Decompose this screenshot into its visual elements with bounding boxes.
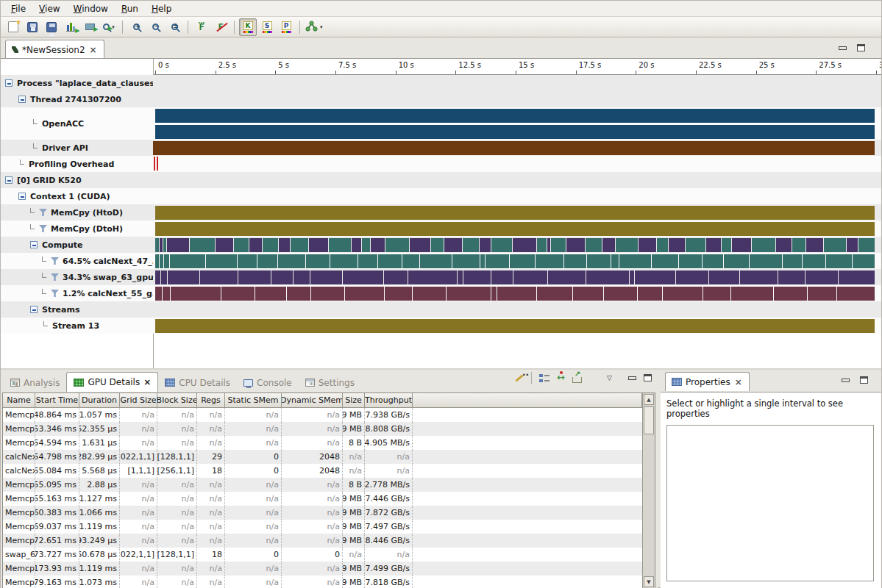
zoom-out-button[interactable]: −	[146, 18, 164, 36]
scrollbar-thumb[interactable]	[644, 406, 654, 434]
interval-bar[interactable]	[309, 238, 328, 252]
interval-bar[interactable]	[752, 238, 775, 252]
zoom-fit-button[interactable]: ±	[166, 18, 183, 36]
interval-bar[interactable]	[190, 238, 215, 252]
tab-cpu-details[interactable]: CPU Details	[158, 373, 237, 392]
tree-label-kernel-swap63[interactable]: 34.3% swap_63_gpu	[1, 269, 153, 285]
interval-bar[interactable]	[724, 254, 749, 268]
interval-bar[interactable]	[170, 254, 205, 268]
interval-bar[interactable]	[163, 287, 170, 301]
tab-properties[interactable]: Properties ×	[665, 372, 750, 391]
interval-bar[interactable]	[306, 254, 330, 268]
interval-bar[interactable]	[206, 254, 237, 268]
interval-bar[interactable]	[536, 254, 563, 268]
interval-bar[interactable]	[587, 254, 611, 268]
menu-item-help[interactable]: Help	[146, 2, 177, 15]
interval-bar[interactable]	[287, 287, 311, 301]
interval-bar[interactable]	[155, 319, 875, 333]
interval-bar[interactable]	[480, 238, 491, 252]
interval-bar[interactable]	[537, 287, 572, 301]
interval-bar[interactable]	[676, 270, 708, 284]
mark-timeline-button[interactable]: F	[193, 18, 210, 36]
interval-bar[interactable]	[548, 270, 586, 284]
analysis-tree-button[interactable]: ▾	[305, 18, 324, 36]
table-row[interactable]: calcNext155.084 ms5.568 µs[1,1,1][256,1,…	[3, 464, 642, 478]
table-row[interactable]: swap_63173.727 ms60.678 µs[1022,1,1][128…	[3, 548, 642, 562]
interval-bar[interactable]	[826, 254, 852, 268]
interval-bar[interactable]	[402, 254, 419, 268]
tree-label-context-1[interactable]: Context 1 (CUDA)	[1, 188, 153, 204]
interval-bar[interactable]	[513, 270, 548, 284]
interval-bar[interactable]	[200, 270, 238, 284]
filter-funnel-icon[interactable]	[51, 273, 59, 281]
interval-bar[interactable]	[294, 270, 310, 284]
interval-bar[interactable]	[792, 238, 805, 252]
interval-bar[interactable]	[774, 287, 807, 301]
column-header-grid-size[interactable]: Grid Size	[120, 393, 157, 407]
tab-session[interactable]: *NewSession2 ×	[5, 40, 104, 59]
column-header-duration[interactable]: Duration	[79, 393, 120, 407]
table-row[interactable]: Memcpy155.163 ms1.127 msn/an/an/an/an/a9…	[3, 492, 642, 506]
interval-bar[interactable]	[167, 238, 189, 252]
interval-bar[interactable]	[168, 270, 200, 284]
column-header-name[interactable]: Name	[3, 393, 35, 407]
interval-bar[interactable]	[722, 238, 731, 252]
interval-bar[interactable]	[155, 270, 160, 284]
interval-bar[interactable]	[238, 254, 257, 268]
interval-bar[interactable]	[776, 238, 792, 252]
interval-bar[interactable]	[463, 270, 490, 284]
interval-bar[interactable]	[805, 270, 838, 284]
interval-bar[interactable]	[497, 287, 536, 301]
scroll-up-icon[interactable]: ▲	[644, 394, 654, 405]
interval-bar[interactable]	[824, 238, 846, 252]
save-all-button[interactable]	[43, 18, 60, 36]
interval-bar[interactable]	[491, 270, 513, 284]
table-row[interactable]: Memcpy148.864 ms1.057 msn/an/an/an/an/a9…	[3, 408, 642, 422]
table-row[interactable]: calcNext154.798 ms282.99 µs[1022,1,1][12…	[3, 450, 642, 464]
interval-bar[interactable]	[378, 254, 402, 268]
column-header-size[interactable]: Size	[343, 393, 365, 407]
interval-bar[interactable]	[330, 254, 358, 268]
tree-label-openacc[interactable]: OpenACC	[1, 107, 153, 140]
edit-filter-icon[interactable]	[516, 374, 524, 381]
filter-funnel-icon[interactable]	[39, 225, 47, 232]
interval-bar[interactable]	[384, 270, 408, 284]
maximize-icon[interactable]	[644, 374, 652, 381]
interval-bar[interactable]	[279, 238, 290, 252]
menu-item-view[interactable]: View	[33, 2, 65, 15]
minimize-icon[interactable]	[628, 376, 636, 380]
interval-bar[interactable]	[385, 287, 412, 301]
kernel-coloring-button[interactable]: K	[239, 18, 257, 36]
table-row[interactable]: Memcpy160.383 ms1.066 msn/an/an/an/an/a9…	[3, 506, 642, 520]
interval-bar[interactable]	[413, 287, 446, 301]
interval-bar[interactable]	[163, 238, 166, 252]
maximize-icon[interactable]	[860, 376, 868, 384]
interval-bar[interactable]	[657, 238, 668, 252]
clear-marks-button[interactable]: F	[212, 18, 230, 36]
interval-bar[interactable]	[611, 254, 619, 268]
interval-bar[interactable]	[155, 222, 875, 236]
interval-bar[interactable]	[278, 254, 305, 268]
interval-bar[interactable]	[602, 238, 615, 252]
interval-bar[interactable]	[586, 270, 629, 284]
interval-bar[interactable]	[639, 238, 656, 252]
interval-bar[interactable]	[491, 287, 497, 301]
interval-bar[interactable]	[709, 270, 739, 284]
interval-bar[interactable]	[564, 254, 586, 268]
save-button[interactable]	[24, 18, 41, 36]
interval-bar[interactable]	[311, 287, 344, 301]
stream-coloring-button[interactable]: S	[258, 18, 276, 36]
interval-bar[interactable]	[249, 238, 262, 252]
column-header-static-smem[interactable]: Static SMem	[225, 393, 282, 407]
view-menu-icon[interactable]: ▽	[607, 374, 612, 381]
interval-bar[interactable]	[839, 270, 875, 284]
column-header-dynamic-smem[interactable]: Dynamic SMem	[282, 393, 343, 407]
table-row[interactable]: Memcpy173.93 ms1.119 msn/an/an/an/an/a9 …	[3, 562, 642, 576]
tree-label-kernel-calcnext47[interactable]: 64.5% calcNext_47_...	[1, 253, 153, 269]
minimize-icon[interactable]	[839, 46, 847, 50]
interval-bar[interactable]	[731, 287, 773, 301]
interval-bar[interactable]	[155, 206, 875, 220]
interval-bar[interactable]	[155, 109, 875, 123]
interval-bar[interactable]	[513, 238, 536, 252]
tree-label-stream-13[interactable]: Stream 13	[1, 318, 153, 334]
